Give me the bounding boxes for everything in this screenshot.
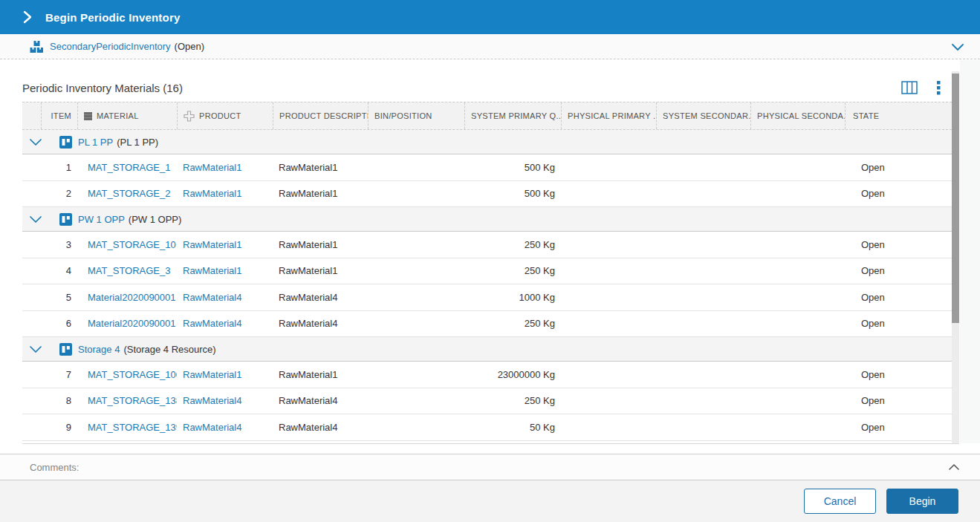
- cell-material: MAT_STORAGE_2: [77, 188, 177, 199]
- chevron-down-icon[interactable]: [25, 137, 47, 147]
- group-description: (Storage 4 Resource): [123, 344, 215, 355]
- table-row[interactable]: 3MAT_STORAGE_10RawMaterial1RawMaterial12…: [22, 232, 952, 258]
- cell-item: 3: [41, 239, 77, 250]
- cell-state: Open: [845, 188, 952, 199]
- begin-button[interactable]: Begin: [886, 489, 958, 514]
- table-row[interactable]: 4MAT_STORAGE_3RawMaterial1RawMaterial125…: [22, 258, 952, 285]
- cell-system_primary_qty: 250 Kg: [464, 395, 561, 406]
- cell-material: Material2020090001: [77, 318, 177, 329]
- column-header-physical_secondary_qty[interactable]: PHYSICAL SECONDA...: [750, 102, 845, 129]
- column-header-state[interactable]: STATE: [845, 102, 952, 129]
- product-link[interactable]: RawMaterial4: [183, 422, 241, 433]
- cell-state: Open: [845, 369, 952, 380]
- column-header-label: ITEM: [51, 111, 71, 120]
- group-name-link[interactable]: PL 1 PP: [78, 137, 113, 148]
- table-row[interactable]: 2MAT_STORAGE_2RawMaterial1RawMaterial150…: [22, 181, 952, 208]
- column-header-system_primary_qty[interactable]: SYSTEM PRIMARY Q...: [464, 102, 561, 129]
- cell-state: Open: [845, 318, 952, 329]
- kebab-menu-icon[interactable]: [937, 81, 941, 95]
- context-bar[interactable]: SecondaryPeriodicInventory (Open): [0, 34, 980, 59]
- table-row[interactable]: 1MAT_STORAGE_1RawMaterial1RawMaterial150…: [22, 154, 952, 181]
- table-row[interactable]: 6Material2020090001RawMaterial4RawMateri…: [22, 311, 952, 338]
- column-header-item[interactable]: ITEM: [41, 102, 77, 129]
- product-link[interactable]: RawMaterial1: [183, 162, 241, 173]
- cell-state: Open: [845, 292, 952, 303]
- cell-product: RawMaterial4: [177, 292, 273, 303]
- cell-product_description: RawMaterial4: [273, 292, 368, 303]
- group-row[interactable]: PL 1 PP(PL 1 PP): [22, 130, 952, 154]
- chevron-up-icon[interactable]: [947, 463, 961, 472]
- material-link[interactable]: Material2020090001: [88, 292, 176, 303]
- material-link[interactable]: MAT_STORAGE_138: [88, 395, 177, 406]
- cell-system_primary_qty: 1000 Kg: [464, 292, 561, 303]
- cell-state: Open: [845, 422, 952, 433]
- table-row[interactable]: 7MAT_STORAGE_100RawMaterial1RawMaterial1…: [22, 362, 952, 388]
- table-row[interactable]: 8MAT_STORAGE_138RawMaterial4RawMaterial4…: [22, 388, 952, 415]
- material-link[interactable]: MAT_STORAGE_139: [88, 422, 177, 433]
- table-toolbar: Periodic Inventory Materials (16): [22, 74, 941, 102]
- cell-product: RawMaterial4: [177, 318, 273, 329]
- product-link[interactable]: RawMaterial1: [183, 188, 241, 199]
- material-link[interactable]: MAT_STORAGE_2: [88, 188, 171, 199]
- chevron-down-icon[interactable]: [25, 344, 47, 354]
- column-header-material[interactable]: MATERIAL: [77, 102, 177, 129]
- table-row[interactable]: 5Material2020090001RawMaterial4RawMateri…: [22, 284, 952, 311]
- product-icon: [184, 111, 195, 122]
- cell-product: RawMaterial4: [177, 422, 273, 433]
- cell-product: RawMaterial1: [177, 265, 273, 276]
- cell-item: 1: [41, 162, 77, 173]
- cell-state: Open: [845, 162, 952, 173]
- cell-material: MAT_STORAGE_1: [77, 162, 177, 173]
- inventory-boxes-icon: [30, 41, 44, 53]
- product-link[interactable]: RawMaterial4: [183, 395, 241, 406]
- context-name-link[interactable]: SecondaryPeriodicInventory: [50, 41, 171, 52]
- cell-item: 8: [41, 395, 77, 406]
- group-name-link[interactable]: PW 1 OPP: [78, 214, 125, 225]
- column-header-label: PHYSICAL PRIMARY ...: [568, 111, 656, 120]
- cell-system_primary_qty: 250 Kg: [464, 318, 561, 329]
- column-header-physical_primary_qty[interactable]: PHYSICAL PRIMARY ...: [561, 102, 656, 129]
- vertical-scrollbar[interactable]: [952, 71, 959, 443]
- column-header-product[interactable]: PRODUCT: [177, 102, 273, 129]
- material-link[interactable]: MAT_STORAGE_3: [88, 265, 171, 276]
- cell-material: MAT_STORAGE_10: [77, 239, 177, 250]
- table-title: Periodic Inventory Materials (16): [22, 82, 183, 94]
- material-link[interactable]: Material2020090001: [88, 318, 176, 329]
- materials-table: ITEMMATERIALPRODUCTPRODUCT DESCRIPTI...B…: [22, 102, 952, 441]
- product-link[interactable]: RawMaterial1: [183, 239, 241, 250]
- column-header-system_secondary_qty[interactable]: SYSTEM SECONDAR...: [656, 102, 750, 129]
- cell-state: Open: [845, 265, 952, 276]
- group-row[interactable]: Storage 4(Storage 4 Resource): [22, 337, 952, 362]
- column-header-product_description[interactable]: PRODUCT DESCRIPTI...: [273, 102, 368, 129]
- material-link[interactable]: MAT_STORAGE_1: [88, 162, 171, 173]
- material-link[interactable]: MAT_STORAGE_100: [88, 369, 177, 380]
- cell-item: 6: [41, 318, 77, 329]
- cell-material: Material2020090001: [77, 292, 177, 303]
- column-chooser-icon[interactable]: [901, 81, 918, 94]
- chevron-right-icon[interactable]: [21, 10, 34, 25]
- material-link[interactable]: MAT_STORAGE_10: [88, 239, 176, 250]
- chevron-down-icon[interactable]: [950, 42, 965, 52]
- table-row[interactable]: 9MAT_STORAGE_139RawMaterial4RawMaterial4…: [22, 414, 952, 441]
- cell-product_description: RawMaterial1: [273, 265, 368, 276]
- product-link[interactable]: RawMaterial1: [183, 369, 241, 380]
- cell-material: MAT_STORAGE_138: [77, 395, 177, 406]
- group-row[interactable]: PW 1 OPP(PW 1 OPP): [22, 207, 952, 232]
- comments-bar[interactable]: Comments:: [0, 454, 980, 480]
- cell-item: 9: [41, 422, 77, 433]
- group-name-link[interactable]: Storage 4: [78, 344, 120, 355]
- resource-tile-icon: [59, 343, 72, 356]
- cancel-button[interactable]: Cancel: [804, 489, 876, 514]
- cell-material: MAT_STORAGE_3: [77, 265, 177, 276]
- scrollbar-thumb[interactable]: [952, 74, 959, 323]
- product-link[interactable]: RawMaterial4: [183, 318, 241, 329]
- chevron-down-icon[interactable]: [25, 214, 47, 224]
- column-header-label: STATE: [853, 111, 879, 120]
- column-header-label: PRODUCT: [199, 111, 241, 120]
- cell-state: Open: [845, 239, 952, 250]
- product-link[interactable]: RawMaterial4: [183, 292, 241, 303]
- product-link[interactable]: RawMaterial1: [183, 265, 241, 276]
- cell-system_primary_qty: 250 Kg: [464, 265, 561, 276]
- column-header-bin_position[interactable]: BIN/POSITION: [368, 102, 464, 129]
- column-header-expand[interactable]: [22, 102, 41, 129]
